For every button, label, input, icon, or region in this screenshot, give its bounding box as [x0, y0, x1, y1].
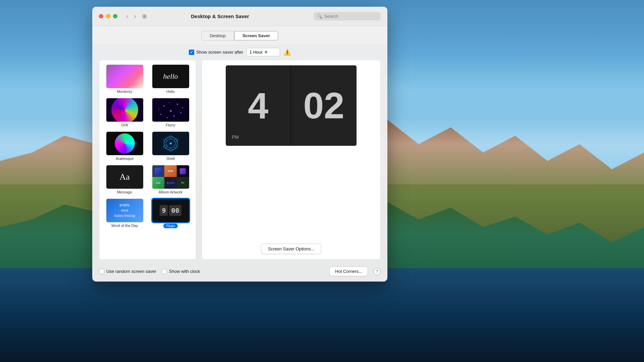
svg-point-3 — [160, 114, 161, 115]
ss-thumb-fliqlo: 9 00 — [152, 199, 189, 222]
preview-panel: 4 PM 02 Screen Saver Options... — [202, 60, 381, 260]
ss-thumb-album: POP elek BLUES PC — [152, 165, 189, 189]
list-item[interactable]: Shell — [149, 130, 193, 162]
search-box[interactable]: 🔍 — [314, 12, 381, 20]
clock-minute-section: 02 — [291, 65, 357, 146]
ss-label: Shell — [166, 157, 174, 161]
svg-point-1 — [170, 110, 172, 112]
svg-point-6 — [173, 115, 175, 117]
list-item[interactable]: POP elek BLUES PC — [149, 164, 193, 195]
svg-point-0 — [163, 105, 165, 107]
svg-point-14 — [169, 135, 172, 140]
clock-preview: 4 PM 02 — [226, 65, 357, 146]
back-button[interactable]: ‹ — [124, 12, 130, 20]
minimize-button[interactable] — [106, 14, 110, 18]
screen-saver-list: Monterey hello Hello Drift — [99, 60, 196, 260]
ss-label: Monterey — [117, 89, 132, 94]
window-title: Desktop & Screen Saver — [130, 13, 310, 19]
ss-label: Hello — [166, 89, 175, 94]
list-item[interactable]: Drift — [103, 97, 147, 128]
timer-dropdown[interactable]: 1 Hour — [247, 48, 280, 56]
svg-point-13 — [170, 142, 172, 144]
show-after-label: Show screen saver after — [196, 50, 243, 55]
ss-thumb-monterey — [106, 65, 143, 88]
random-saver-checkbox[interactable] — [99, 269, 104, 274]
ss-label: Flurry — [166, 123, 175, 127]
svg-point-2 — [177, 104, 178, 105]
clock-minute-digit: 02 — [303, 87, 344, 124]
ss-thumb-wordofday: graphyvocabulary lexicog — [106, 199, 143, 222]
clock-display: 4 PM 02 — [226, 65, 357, 146]
svg-point-7 — [159, 109, 159, 110]
tab-screen-saver[interactable]: Screen Saver — [234, 31, 278, 41]
clock-hour-digit: 4 — [248, 87, 268, 124]
traffic-lights — [99, 14, 117, 18]
main-content: Monterey hello Hello Drift — [92, 60, 387, 263]
list-item[interactable]: Aa Message — [103, 164, 147, 195]
tab-desktop[interactable]: Desktop — [201, 31, 234, 41]
warning-icon: ⚠️ — [283, 49, 291, 56]
ss-label: Arabesque — [116, 157, 133, 161]
help-button[interactable]: ? — [373, 268, 381, 275]
ss-thumb-flurry — [152, 98, 189, 122]
ss-label: Word of the Day — [111, 224, 138, 228]
screen-saver-options-button[interactable]: Screen Saver Options... — [261, 244, 321, 254]
ss-thumb-hello: hello — [152, 65, 189, 88]
search-input[interactable] — [324, 14, 377, 19]
list-item[interactable]: graphyvocabulary lexicog Word of the Day — [103, 197, 147, 230]
ss-label: Album Artwork — [159, 190, 182, 194]
svg-point-9 — [169, 102, 169, 103]
show-clock-container: Show with clock — [162, 269, 200, 274]
clock-ampm: PM — [232, 134, 239, 140]
options-bar: ✓ Show screen saver after 1 Hour ⚠️ — [92, 45, 387, 60]
ss-label-selected: Fliqlo — [163, 224, 177, 228]
dropdown-arrow-icon — [265, 51, 267, 54]
ss-label: Drift — [121, 123, 128, 127]
svg-point-5 — [167, 117, 168, 118]
show-clock-label: Show with clock — [169, 269, 200, 274]
list-item[interactable]: Arabesque — [103, 130, 147, 162]
random-saver-container: Use random screen saver — [99, 269, 156, 274]
list-item[interactable]: Monterey — [103, 63, 147, 95]
clock-hour-section: 4 PM — [226, 65, 291, 146]
search-icon: 🔍 — [317, 14, 322, 19]
hot-corners-button[interactable]: Hot Corners... — [329, 266, 368, 276]
random-saver-label: Use random screen saver — [106, 269, 156, 274]
title-bar: ‹ › ⊞ Desktop & Screen Saver 🔍 — [92, 7, 387, 26]
svg-point-15 — [173, 138, 178, 143]
show-after-container: ✓ Show screen saver after — [189, 50, 243, 55]
ss-thumb-shell — [152, 132, 189, 155]
show-clock-checkbox[interactable] — [162, 269, 167, 274]
ss-label: Message — [117, 190, 132, 194]
list-item[interactable]: 9 00 Fliqlo — [149, 197, 193, 230]
check-mark: ✓ — [190, 50, 193, 55]
svg-point-8 — [182, 107, 183, 108]
ss-thumb-drift — [106, 98, 143, 122]
list-item[interactable]: hello Hello — [149, 63, 193, 95]
svg-point-19 — [163, 138, 168, 143]
list-item[interactable]: Flurry — [149, 97, 193, 128]
tab-bar: Desktop Screen Saver — [92, 26, 387, 45]
maximize-button[interactable] — [113, 14, 117, 18]
close-button[interactable] — [99, 14, 103, 18]
svg-point-17 — [169, 147, 172, 152]
ss-thumb-arabesque — [106, 132, 143, 155]
show-after-checkbox[interactable]: ✓ — [189, 50, 194, 55]
water-body — [0, 268, 644, 362]
svg-point-16 — [173, 144, 178, 149]
svg-point-4 — [180, 112, 181, 113]
svg-point-18 — [163, 144, 168, 149]
ss-thumb-message: Aa — [106, 165, 143, 189]
timer-value: 1 Hour — [250, 50, 263, 55]
preferences-window: ‹ › ⊞ Desktop & Screen Saver 🔍 Desktop S… — [92, 7, 387, 282]
bottom-bar: Use random screen saver Show with clock … — [92, 263, 387, 282]
